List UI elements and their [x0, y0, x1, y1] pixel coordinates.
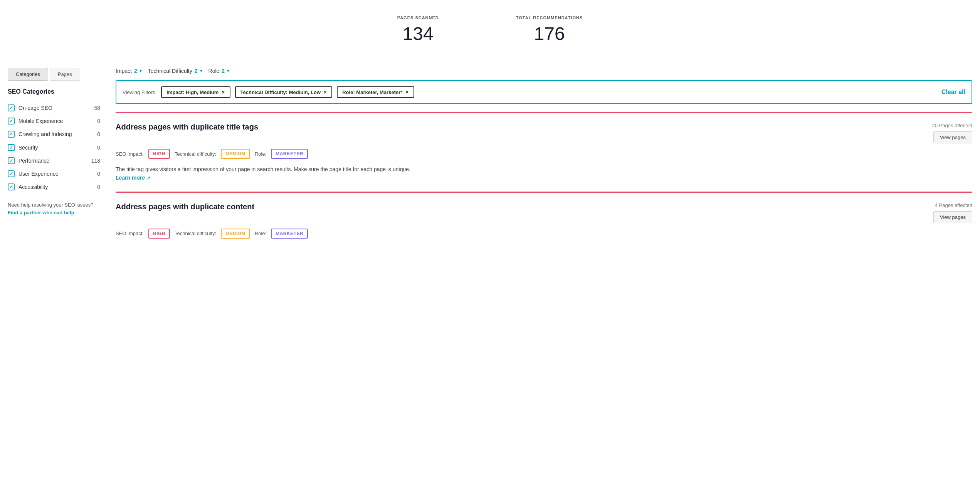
- technical-difficulty-badge-label: Technical difficulty:: [175, 231, 216, 236]
- impact-chevron-icon: ▾: [140, 68, 142, 74]
- pages-affected-text: 4 Pages affected: [933, 202, 972, 208]
- category-count: 58: [94, 105, 100, 111]
- category-checkbox[interactable]: [8, 131, 15, 138]
- technical-difficulty-filter-count: 2: [195, 68, 198, 74]
- content-area: Impact 2 ▾ Technical Difficulty 2 ▾ Role…: [108, 68, 980, 254]
- recommendation-card: Address pages with duplicate content 4 P…: [116, 192, 972, 254]
- help-text-block: Need help resolving your SEO issues? Fin…: [8, 201, 100, 216]
- impact-filter-count: 2: [134, 68, 137, 74]
- category-name: Crawling and Indexing: [18, 131, 93, 138]
- badges-row: SEO impact: HIGH Technical difficulty: M…: [116, 149, 972, 159]
- card-header: Address pages with duplicate title tags …: [116, 123, 972, 143]
- technical-difficulty-chevron-icon: ▾: [200, 68, 202, 74]
- viewing-filters-label: Viewing Filters: [123, 89, 155, 95]
- pages-scanned-label: PAGES SCANNED: [397, 15, 439, 20]
- pages-affected-area: 20 Pages affected View pages: [932, 123, 972, 143]
- category-item[interactable]: Performance 118: [8, 154, 100, 167]
- category-item[interactable]: Security 0: [8, 141, 100, 154]
- technical-difficulty-badge: MEDIUM: [221, 149, 250, 159]
- category-name: Accessibility: [18, 183, 93, 190]
- technical-difficulty-badge: MEDIUM: [221, 229, 250, 239]
- external-link-icon: ↗: [146, 175, 150, 181]
- category-item[interactable]: Accessibility 0: [8, 180, 100, 193]
- seo-impact-badge: HIGH: [148, 149, 170, 159]
- category-checkbox[interactable]: [8, 183, 15, 190]
- pages-affected-text: 20 Pages affected: [932, 123, 972, 128]
- technical-difficulty-filter-label: Technical Difficulty: [148, 68, 192, 74]
- category-item[interactable]: User Experience 0: [8, 167, 100, 180]
- category-name: Security: [18, 144, 93, 151]
- technical-difficulty-filter-tag[interactable]: Technical Difficulty: Medium, Low ×: [235, 86, 333, 98]
- card-header: Address pages with duplicate content 4 P…: [116, 202, 972, 223]
- role-filter-tag[interactable]: Role: Marketer, Marketer* ×: [337, 86, 414, 98]
- viewing-filters-bar: Viewing Filters Impact: High, Medium × T…: [116, 80, 972, 104]
- category-name: Performance: [18, 157, 87, 164]
- category-item[interactable]: Crawling and Indexing 0: [8, 128, 100, 141]
- pages-affected-area: 4 Pages affected View pages: [933, 202, 972, 223]
- find-partner-link[interactable]: Find a partner who can help: [8, 210, 74, 215]
- main-layout: Categories Pages SEO Categories On-page …: [0, 60, 980, 262]
- role-badge: MARKETER: [271, 229, 308, 239]
- category-checkbox[interactable]: [8, 144, 15, 151]
- role-badge: MARKETER: [271, 149, 308, 159]
- category-checkbox[interactable]: [8, 118, 15, 125]
- role-filter-dropdown[interactable]: Role 2 ▾: [208, 68, 230, 74]
- role-filter-count: 2: [222, 68, 225, 74]
- learn-more-link[interactable]: Learn more ↗: [116, 175, 150, 181]
- seo-impact-label: SEO impact:: [116, 231, 144, 236]
- category-name: On-page SEO: [18, 104, 90, 111]
- tab-categories[interactable]: Categories: [8, 68, 48, 81]
- filter-bar: Impact 2 ▾ Technical Difficulty 2 ▾ Role…: [116, 68, 972, 74]
- tab-row: Categories Pages: [8, 68, 100, 81]
- category-item[interactable]: On-page SEO 58: [8, 101, 100, 114]
- category-count: 0: [97, 171, 100, 177]
- seo-categories-title: SEO Categories: [8, 88, 100, 95]
- impact-tag-label: Impact: High, Medium: [166, 89, 219, 95]
- impact-filter-tag[interactable]: Impact: High, Medium ×: [161, 86, 230, 98]
- category-item[interactable]: Mobile Experience 0: [8, 114, 100, 128]
- technical-difficulty-tag-label: Technical Difficulty: Medium, Low: [240, 89, 321, 95]
- categories-list: On-page SEO 58 Mobile Experience 0 Crawl…: [8, 101, 100, 193]
- category-name: User Experience: [18, 170, 93, 177]
- clear-all-button[interactable]: Clear all: [941, 89, 965, 96]
- card-description: The title tag gives visitors a first imp…: [116, 165, 424, 182]
- total-recommendations-stat: TOTAL RECOMMENDATIONS 176: [516, 15, 583, 44]
- help-text-static: Need help resolving your SEO issues?: [8, 202, 94, 208]
- technical-difficulty-tag-close-icon[interactable]: ×: [324, 89, 327, 95]
- category-count: 0: [97, 184, 100, 190]
- role-tag-close-icon[interactable]: ×: [405, 89, 408, 95]
- seo-impact-badge: HIGH: [148, 229, 170, 239]
- role-filter-label: Role: [208, 68, 220, 74]
- impact-filter-dropdown[interactable]: Impact 2 ▾: [116, 68, 142, 74]
- total-recommendations-value: 176: [516, 23, 583, 44]
- category-checkbox[interactable]: [8, 170, 15, 177]
- technical-difficulty-badge-label: Technical difficulty:: [175, 151, 216, 157]
- role-badge-label: Role:: [255, 151, 266, 157]
- sidebar: Categories Pages SEO Categories On-page …: [0, 68, 108, 254]
- impact-filter-label: Impact: [116, 68, 132, 74]
- card-title: Address pages with duplicate title tags: [116, 123, 258, 131]
- role-tag-label: Role: Marketer, Marketer*: [342, 89, 402, 95]
- stats-bar: PAGES SCANNED 134 TOTAL RECOMMENDATIONS …: [0, 0, 980, 60]
- category-name: Mobile Experience: [18, 118, 93, 125]
- role-badge-label: Role:: [255, 231, 266, 236]
- card-title: Address pages with duplicate content: [116, 202, 254, 211]
- seo-impact-label: SEO impact:: [116, 151, 144, 157]
- category-checkbox[interactable]: [8, 104, 15, 111]
- view-pages-button[interactable]: View pages: [933, 131, 972, 143]
- impact-tag-close-icon[interactable]: ×: [222, 89, 225, 95]
- total-recommendations-label: TOTAL RECOMMENDATIONS: [516, 15, 583, 20]
- recommendation-card: Address pages with duplicate title tags …: [116, 112, 972, 192]
- category-count: 0: [97, 131, 100, 137]
- view-pages-button[interactable]: View pages: [933, 211, 972, 223]
- recommendations-list: Address pages with duplicate title tags …: [116, 112, 972, 254]
- category-count: 0: [97, 145, 100, 151]
- pages-scanned-stat: PAGES SCANNED 134: [397, 15, 439, 44]
- category-count: 0: [97, 118, 100, 124]
- category-checkbox[interactable]: [8, 157, 15, 164]
- badges-row: SEO impact: HIGH Technical difficulty: M…: [116, 229, 972, 239]
- role-chevron-icon: ▾: [227, 68, 229, 74]
- technical-difficulty-filter-dropdown[interactable]: Technical Difficulty 2 ▾: [148, 68, 202, 74]
- category-count: 118: [91, 158, 100, 164]
- tab-pages[interactable]: Pages: [50, 68, 80, 81]
